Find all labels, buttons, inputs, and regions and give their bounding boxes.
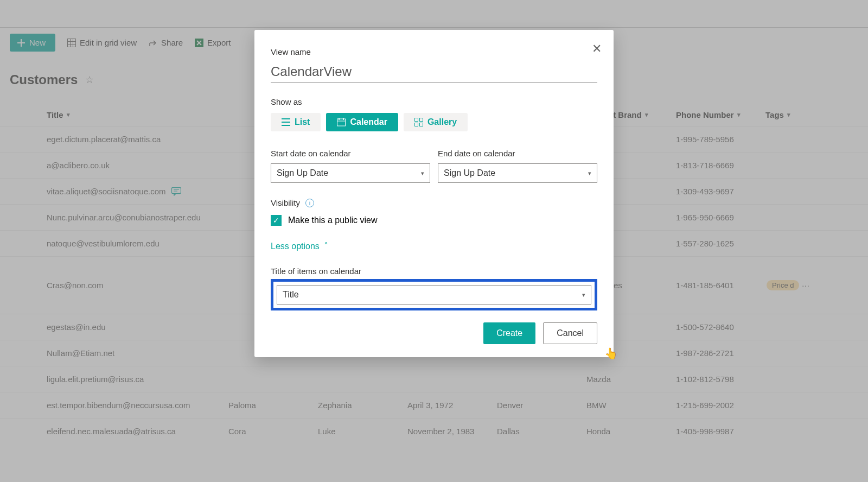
show-as-list-button[interactable]: List [271, 113, 321, 131]
title-items-select[interactable]: Title ▾ [277, 285, 591, 305]
show-as-gallery-label: Gallery [427, 117, 457, 127]
title-items-value: Title [283, 290, 299, 300]
show-as-list-label: List [295, 117, 310, 127]
gallery-icon [414, 118, 423, 126]
calendar-icon [337, 118, 346, 126]
end-date-label: End date on calendar [438, 149, 597, 158]
chevron-up-icon: ˄ [324, 241, 328, 251]
svg-rect-7 [419, 123, 423, 126]
start-date-select[interactable]: Sign Up Date ▾ [271, 163, 430, 183]
show-as-gallery-button[interactable]: Gallery [404, 113, 468, 131]
public-view-label: Make this a public view [288, 215, 378, 225]
title-items-highlight: Title ▾ [271, 279, 597, 310]
list-icon [282, 118, 290, 126]
show-as-calendar-button[interactable]: Calendar [326, 113, 398, 131]
close-button[interactable]: ✕ [592, 42, 602, 56]
create-view-dialog: ✕ View name Show as List Calendar [254, 30, 614, 357]
title-items-label: Title of items on calendar [271, 267, 597, 276]
modal-overlay: ✕ View name Show as List Calendar [0, 0, 868, 482]
end-date-value: Sign Up Date [444, 168, 495, 178]
svg-rect-6 [414, 123, 418, 126]
view-name-label: View name [271, 47, 597, 56]
public-view-checkbox[interactable]: ✓ [271, 215, 282, 226]
svg-rect-5 [419, 118, 423, 122]
svg-rect-3 [337, 119, 346, 126]
start-date-label: Start date on calendar [271, 149, 430, 158]
cancel-button[interactable]: Cancel [543, 322, 597, 344]
view-name-input[interactable] [271, 61, 597, 83]
start-date-value: Sign Up Date [277, 168, 328, 178]
chevron-down-icon: ▾ [421, 170, 424, 177]
cursor-icon: 👆 [604, 347, 618, 360]
visibility-label: Visibility [271, 198, 300, 207]
chevron-down-icon: ▾ [582, 291, 585, 299]
show-as-label: Show as [271, 97, 597, 106]
close-icon: ✕ [592, 42, 602, 55]
chevron-down-icon: ▾ [588, 170, 591, 177]
info-icon[interactable]: i [305, 199, 314, 207]
less-options-label: Less options [271, 242, 320, 251]
svg-rect-4 [414, 118, 418, 122]
create-button[interactable]: Create [483, 322, 535, 344]
end-date-select[interactable]: Sign Up Date ▾ [438, 163, 597, 183]
show-as-calendar-label: Calendar [350, 117, 387, 127]
less-options-toggle[interactable]: Less options ˄ [271, 241, 597, 251]
